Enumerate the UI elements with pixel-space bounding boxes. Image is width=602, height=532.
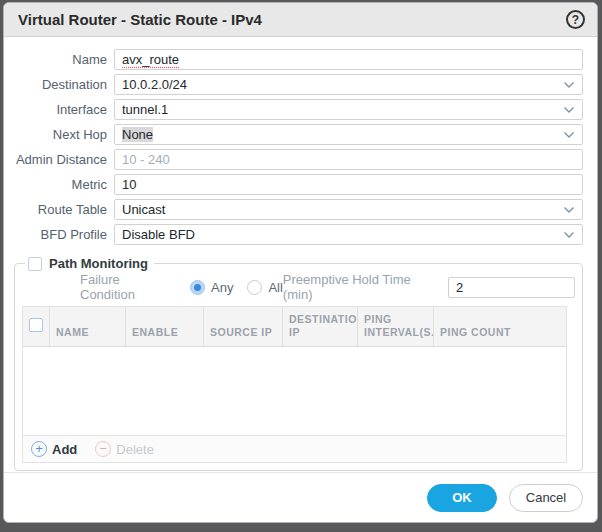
metric-input[interactable]: 10 — [114, 174, 583, 195]
chevron-down-icon — [563, 206, 575, 214]
column-header-ping-count[interactable]: PING COUNT — [434, 307, 566, 346]
add-button-label: Add — [52, 442, 77, 457]
failure-condition-all-label: All — [268, 280, 282, 295]
destination-value: 10.0.2.0/24 — [122, 77, 187, 92]
route-table-label: Route Table — [14, 202, 114, 217]
bfd-profile-dropdown[interactable]: Disable BFD — [114, 224, 583, 245]
failure-condition-all-option[interactable]: All — [247, 280, 282, 295]
table-body-empty — [23, 347, 566, 435]
column-header-enable[interactable]: ENABLE — [126, 307, 204, 346]
radio-selected-icon — [190, 280, 205, 295]
form-area: Name avx_route Destination 10.0.2.0/24 I… — [4, 37, 597, 249]
admin-distance-row: Admin Distance 10 - 240 — [14, 149, 583, 170]
metric-value: 10 — [122, 177, 136, 192]
interface-dropdown[interactable]: tunnel.1 — [114, 99, 583, 120]
failure-condition-any-option[interactable]: Any — [190, 280, 233, 295]
dialog-title: Virtual Router - Static Route - IPv4 — [18, 11, 262, 28]
route-table-dropdown[interactable]: Unicast — [114, 199, 583, 220]
bfd-profile-row: BFD Profile Disable BFD — [14, 224, 583, 245]
chevron-down-icon — [563, 106, 575, 114]
destination-dropdown[interactable]: 10.0.2.0/24 — [114, 74, 583, 95]
preemptive-hold-time-label: Preemptive Hold Time (min) — [283, 272, 440, 302]
interface-row: Interface tunnel.1 — [14, 99, 583, 120]
path-monitoring-group: Path Monitoring Failure Condition Any Al… — [14, 256, 583, 471]
name-input[interactable]: avx_route — [114, 49, 583, 70]
name-row: Name avx_route — [14, 49, 583, 70]
bfd-profile-label: BFD Profile — [14, 227, 114, 242]
column-header-destination-ip[interactable]: DESTINATION IP — [283, 307, 358, 346]
preemptive-hold-time-value: 2 — [456, 280, 463, 295]
next-hop-row: Next Hop None — [14, 124, 583, 145]
radio-unselected-icon — [247, 280, 262, 295]
cancel-button[interactable]: Cancel — [509, 484, 583, 512]
column-header-name[interactable]: NAME — [50, 307, 126, 346]
delete-minus-icon: − — [95, 441, 111, 457]
name-label: Name — [14, 52, 114, 67]
next-hop-dropdown[interactable]: None — [114, 124, 583, 145]
interface-value: tunnel.1 — [122, 102, 168, 117]
table-toolbar: + Add − Delete — [23, 435, 566, 462]
chevron-down-icon — [563, 231, 575, 239]
admin-distance-label: Admin Distance — [14, 152, 114, 167]
select-all-checkbox-cell — [23, 307, 50, 346]
add-plus-icon: + — [31, 441, 47, 457]
path-monitoring-table: NAME ENABLE SOURCE IP DESTINATION IP PIN… — [22, 306, 567, 463]
static-route-dialog: Virtual Router - Static Route - IPv4 ? N… — [3, 2, 598, 523]
name-value: avx_route — [122, 52, 179, 67]
column-header-source-ip[interactable]: SOURCE IP — [204, 307, 283, 346]
dialog-titlebar: Virtual Router - Static Route - IPv4 ? — [4, 3, 597, 37]
select-all-checkbox[interactable] — [29, 318, 43, 332]
preemptive-hold-time-input[interactable]: 2 — [448, 277, 575, 298]
admin-distance-input[interactable]: 10 - 240 — [114, 149, 583, 170]
column-header-ping-interval[interactable]: PING INTERVAL(S... — [358, 307, 434, 346]
path-monitoring-checkbox[interactable] — [28, 257, 42, 271]
admin-distance-placeholder: 10 - 240 — [122, 152, 170, 167]
next-hop-value: None — [122, 127, 153, 142]
failure-condition-row: Failure Condition Any All Preemptive Hol… — [22, 276, 575, 298]
ok-button[interactable]: OK — [427, 484, 497, 512]
table-header-row: NAME ENABLE SOURCE IP DESTINATION IP PIN… — [23, 307, 566, 347]
failure-condition-label: Failure Condition — [80, 272, 176, 302]
route-table-row: Route Table Unicast — [14, 199, 583, 220]
failure-condition-any-label: Any — [211, 280, 233, 295]
interface-label: Interface — [14, 102, 114, 117]
route-table-value: Unicast — [122, 202, 165, 217]
delete-button-label: Delete — [116, 442, 154, 457]
path-monitoring-legend: Path Monitoring — [25, 256, 154, 271]
dialog-footer: OK Cancel — [4, 472, 597, 522]
chevron-down-icon — [563, 131, 575, 139]
destination-row: Destination 10.0.2.0/24 — [14, 74, 583, 95]
chevron-down-icon — [563, 81, 575, 89]
delete-button[interactable]: − Delete — [95, 441, 154, 457]
add-button[interactable]: + Add — [31, 441, 77, 457]
next-hop-label: Next Hop — [14, 127, 114, 142]
path-monitoring-label: Path Monitoring — [49, 256, 148, 271]
help-icon[interactable]: ? — [566, 10, 585, 29]
destination-label: Destination — [14, 77, 114, 92]
metric-row: Metric 10 — [14, 174, 583, 195]
bfd-profile-value: Disable BFD — [122, 227, 195, 242]
preemptive-hold-time-group: Preemptive Hold Time (min) 2 — [283, 272, 575, 302]
metric-label: Metric — [14, 177, 114, 192]
